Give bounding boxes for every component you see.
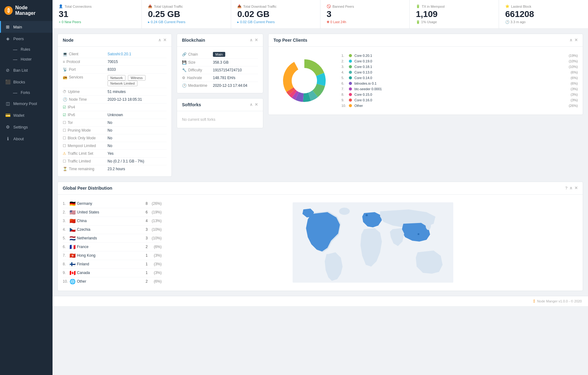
blocks-icon: ⬛ — [5, 79, 10, 84]
wallet-icon: 💳 — [5, 113, 10, 118]
peer-name: bitnodes.io 0.1 — [354, 82, 568, 85]
peer-list-item: 4. Core 0.13.0 (6%) — [341, 70, 578, 75]
stat-upload-value: 0.25 GB — [148, 10, 225, 19]
pruning-icon: ☐ — [63, 128, 66, 133]
collapse-icon[interactable]: ∧ — [250, 102, 253, 107]
country-rank: 4. — [63, 227, 70, 232]
country-name: Netherlands — [77, 236, 138, 240]
country-row: 9. 🇨🇦 Canada 1 (3%) — [63, 269, 162, 277]
country-flag: 🇭🇰 — [70, 253, 77, 259]
close-icon[interactable]: ✕ — [574, 186, 578, 190]
sidebar-item-hoster[interactable]: — Hoster — [9, 54, 53, 64]
protocol-icon: ≡ — [63, 60, 65, 64]
mediantime-icon: 🕐 — [182, 83, 187, 88]
sidebar-item-wallet[interactable]: 💳 Wallet — [0, 109, 53, 121]
country-row: 6. 🇫🇷 France 2 (6%) — [63, 243, 162, 251]
country-rank: 6. — [63, 245, 70, 249]
bc-row-chain: 🔗 Chain Main — [182, 50, 258, 59]
close-icon[interactable]: ✕ — [255, 102, 258, 107]
collapse-icon[interactable]: ∧ — [250, 38, 253, 42]
timeremaining-icon: ⏳ — [63, 167, 67, 171]
country-name: United States — [77, 210, 138, 214]
node-row-ipv4: ☑ IPv4 — [63, 103, 167, 111]
row1: Node ∧ ✕ 💻 Client Satoshi:0.20.1 ≡ Proto… — [57, 34, 583, 177]
sidebar-item-about[interactable]: ℹ About — [0, 133, 53, 145]
stat-mempool-value: 1,109 — [416, 10, 493, 19]
peer-rank: 8. — [341, 93, 346, 96]
country-pct: (10%) — [148, 227, 162, 232]
download-icon: 📥 — [237, 4, 242, 8]
netherlands-dot — [366, 214, 368, 216]
close-icon[interactable]: ✕ — [163, 38, 167, 42]
bc-row-difficulty: 🔧 Difficulty 19157154724710 — [182, 66, 258, 74]
tor-icon: ☐ — [63, 120, 66, 125]
mempool-icon: ◫ — [5, 101, 10, 106]
stat-connections: 👤 Total Connections 31 + 0 New Peers — [53, 0, 142, 28]
country-flag: 🇨🇿 — [70, 227, 77, 233]
sidebar-item-banlist[interactable]: ⊘ Ban List — [0, 64, 53, 76]
ipv6-check-icon: ☑ — [63, 113, 66, 117]
softforks-empty: No current soft forks — [182, 115, 258, 124]
close-icon[interactable]: ✕ — [255, 38, 258, 42]
collapse-icon[interactable]: ∧ — [569, 186, 573, 190]
close-icon[interactable]: ✕ — [574, 38, 578, 42]
hashrate-icon: ⚙ — [182, 76, 185, 80]
stats-bar: 👤 Total Connections 31 + 0 New Peers 📤 T… — [53, 0, 588, 29]
uptime-icon: ⏱ — [63, 90, 66, 94]
trafficlimited-icon: ☐ — [63, 159, 66, 163]
stat-lastblock-sub: 🕐 3.3 m ago — [505, 20, 582, 24]
sidebar-item-blocks[interactable]: ⬛ Blocks — [0, 76, 53, 88]
stat-banned: 🚫 Banned Peers 3 ✚ 0 Last 24h — [320, 0, 410, 28]
peer-rank: 2. — [341, 59, 346, 63]
blockonly-icon: ☐ — [63, 136, 66, 140]
sidebar-item-label: Blocks — [13, 80, 25, 84]
sidebar-item-forks[interactable]: — Forks — [9, 88, 53, 98]
node-row-trafficlimitset: ⚠ Traffic Limit Set Yes — [63, 150, 167, 158]
country-rank: 2. — [63, 210, 70, 214]
peer-color-dot — [349, 54, 352, 57]
country-pct: (19%) — [148, 210, 162, 214]
chain-icon: 🔗 — [182, 52, 187, 57]
sidebar-item-mempool[interactable]: ◫ Memory Pool — [0, 98, 53, 109]
node-row-ipv6: ☑ IPv6 Unknown — [63, 111, 167, 119]
softforks-card-controls: ∧ ✕ — [250, 102, 258, 107]
peer-list-item: 1. Core 0.20.1 (19%) — [341, 53, 578, 58]
peer-name: Core 0.14.0 — [354, 76, 568, 80]
collapse-icon[interactable]: ∧ — [569, 38, 573, 42]
country-flag: 🇺🇸 — [70, 209, 77, 215]
forks-icon: — — [13, 90, 18, 95]
client-icon: 💻 — [63, 52, 67, 56]
peer-color-dot — [349, 99, 352, 102]
peer-name: Core 0.15.0 — [354, 93, 568, 96]
help-icon[interactable]: ? — [565, 186, 568, 190]
sidebar-item-label: Wallet — [13, 113, 24, 118]
global-peer-card: Global Peer Distribution ? ∧ ✕ 1. 🇩🇪 Ger… — [57, 182, 583, 291]
node-row-nodetime: 🕐 Node Time 2020-12-13 18:05:31 — [63, 96, 167, 103]
peers-icon: ◈ — [5, 36, 10, 41]
sidebar-item-main[interactable]: ⊞ Main — [0, 21, 53, 33]
sidebar-item-label: Ban List — [13, 68, 28, 73]
nodetime-icon: 🕐 — [63, 97, 67, 102]
country-name: Germany — [77, 201, 138, 206]
node-row-port: 📡 Port 8333 — [63, 66, 167, 74]
country-flag: 🌐 — [70, 279, 77, 284]
sidebar-item-label: Hoster — [21, 57, 32, 61]
stat-lastblock-label: ⭐ Lastest Block — [505, 4, 582, 8]
country-pct: (3%) — [148, 262, 162, 266]
country-name: Other — [77, 279, 138, 284]
collapse-icon[interactable]: ∧ — [158, 38, 161, 42]
softforks-title: Softforks — [182, 102, 201, 107]
stat-download: 📥 Total Download Traffic 0.02 GB ▸ 0.02 … — [231, 0, 320, 28]
peer-name: Core 0.13.0 — [354, 70, 568, 74]
peer-rank: 4. — [341, 70, 346, 74]
country-row: 2. 🇺🇸 United States 6 (19%) — [63, 208, 162, 217]
peer-name: Other — [354, 104, 566, 107]
sidebar-item-settings[interactable]: ⚙ Settings — [0, 121, 53, 133]
difficulty-icon: 🔧 — [182, 68, 187, 72]
node-row-pruning: ☐ Pruning Mode No — [63, 127, 167, 134]
sidebar-item-rules[interactable]: — Rules — [9, 44, 53, 54]
peer-rank: 5. — [341, 76, 346, 80]
peer-name: Core 0.16.0 — [354, 98, 568, 102]
sidebar-item-peers[interactable]: ◈ Peers — [0, 33, 53, 44]
country-flag: 🇨🇦 — [70, 270, 77, 276]
